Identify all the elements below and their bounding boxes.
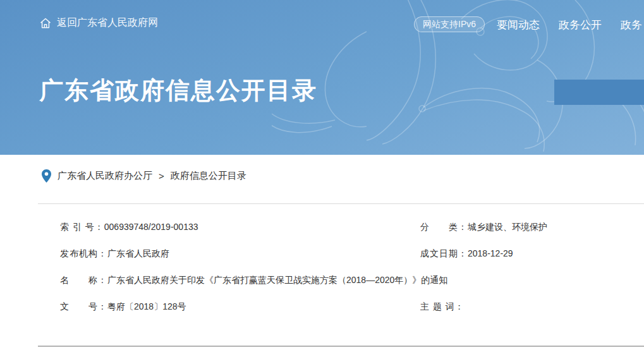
field-value: 2018-12-29 <box>468 248 513 258</box>
nav-item-gov-service[interactable]: 政务 <box>621 18 642 32</box>
field-issuer: 发布机构：广东省人民政府 <box>38 248 420 260</box>
header-right-panel <box>554 80 644 105</box>
field-doc-number: 文 号：粤府〔2018〕128号 <box>38 301 420 313</box>
page-title: 广东省政府信息公开目录 <box>39 75 317 107</box>
field-document-title: 名 称：广东省人民政府关于印发《广东省打赢蓝天保卫战实施方案（2018—2020… <box>38 275 644 286</box>
table-row: 发布机构：广东省人民政府 成文日期：2018-12-29 <box>38 241 644 267</box>
field-value: 广东省人民政府 <box>107 248 169 258</box>
ipv6-support-badge: 网站支持IPv6 <box>414 16 485 32</box>
field-label: 主 题 词： <box>420 301 465 311</box>
home-link-label: 返回广东省人民政府网 <box>57 16 158 30</box>
field-value: 006939748/2019-00133 <box>104 222 198 232</box>
field-category: 分 类：城乡建设、环境保护 <box>420 222 644 233</box>
home-link[interactable]: 返回广东省人民政府网 <box>39 16 158 30</box>
info-table: 索 引 号：006939748/2019-00133 分 类：城乡建设、环境保护… <box>38 203 644 347</box>
field-value: 广东省人民政府关于印发《广东省打赢蓝天保卫战实施方案（2018—2020年）》的… <box>107 275 447 285</box>
field-keywords: 主 题 词： <box>420 301 644 313</box>
table-row: 名 称：广东省人民政府关于印发《广东省打赢蓝天保卫战实施方案（2018—2020… <box>38 267 644 294</box>
header-topbar: 返回广东省人民政府网 网站支持IPv6 要闻动态 政务公开 政务 <box>0 0 644 38</box>
ipv6-badge-label: 网站支持IPv6 <box>423 19 476 30</box>
field-label: 索 引 号： <box>60 222 104 232</box>
field-label: 发布机构： <box>60 248 107 258</box>
page-header: 返回广东省人民政府网 网站支持IPv6 要闻动态 政务公开 政务 广东省政府信息… <box>0 0 644 155</box>
table-row: 索 引 号：006939748/2019-00133 分 类：城乡建设、环境保护 <box>38 214 644 241</box>
field-value: 城乡建设、环境保护 <box>468 222 547 232</box>
main-nav: 要闻动态 政务公开 政务 <box>497 18 642 32</box>
field-issue-date: 成文日期：2018-12-29 <box>420 248 644 260</box>
breadcrumb-root[interactable]: 广东省人民政府办公厅 <box>58 170 152 182</box>
home-icon <box>39 17 52 30</box>
nav-item-news[interactable]: 要闻动态 <box>497 18 540 32</box>
field-label: 分 类： <box>420 222 468 232</box>
table-row: 文 号：粤府〔2018〕128号 主 题 词： <box>38 294 644 320</box>
breadcrumb: 广东省人民政府办公厅 > 政府信息公开目录 <box>42 169 246 183</box>
field-value: 粤府〔2018〕128号 <box>107 301 186 311</box>
field-label: 名 称： <box>60 275 107 285</box>
breadcrumb-separator: > <box>159 171 164 181</box>
location-pin-icon <box>42 169 51 183</box>
field-label: 成文日期： <box>420 248 468 258</box>
nav-item-gov-open[interactable]: 政务公开 <box>559 18 602 32</box>
breadcrumb-current[interactable]: 政府信息公开目录 <box>171 170 246 182</box>
field-index-number: 索 引 号：006939748/2019-00133 <box>38 222 420 233</box>
field-label: 文 号： <box>60 301 107 311</box>
